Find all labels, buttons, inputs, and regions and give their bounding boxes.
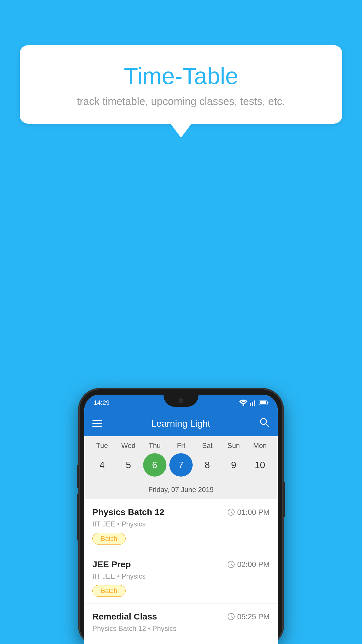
schedule-item-3[interactable]: Remedial Class 05:25 PM Physics Batch 12… <box>84 603 278 644</box>
day-7-selected[interactable]: 7 <box>169 453 193 477</box>
schedule-time-2: 02:00 PM <box>227 560 270 569</box>
clock-icon-1 <box>227 508 235 516</box>
speech-bubble-section: Time-Table track timetable, upcoming cla… <box>20 45 342 138</box>
phone-mockup: 14:29 <box>79 389 283 644</box>
svg-line-8 <box>266 424 269 427</box>
phone-notch <box>164 395 198 407</box>
calendar-strip: Tue Wed Thu Fri Sat Sun Mon 4 5 6 7 8 9 … <box>84 436 278 499</box>
svg-line-14 <box>231 564 233 566</box>
schedule-item-1[interactable]: Physics Batch 12 01:00 PM IIT JEE • Phys… <box>84 499 278 551</box>
status-bar: 14:29 <box>84 395 278 411</box>
hamburger-menu-button[interactable] <box>92 420 102 427</box>
day-4[interactable]: 4 <box>90 453 114 477</box>
day-header-mon: Mon <box>248 442 272 450</box>
day-header-sat: Sat <box>196 442 219 450</box>
schedule-title-1: Physics Batch 12 <box>92 507 164 517</box>
schedule-title-3: Remedial Class <box>92 612 157 622</box>
schedule-time-3: 05:25 PM <box>227 612 270 621</box>
day-header-fri: Fri <box>169 442 193 450</box>
day-header-wed: Wed <box>117 442 140 450</box>
battery-icon <box>259 400 268 405</box>
day-numbers: 4 5 6 7 8 9 10 <box>84 453 278 477</box>
status-icons <box>239 400 268 406</box>
schedule-item-1-header: Physics Batch 12 01:00 PM <box>92 507 270 517</box>
speech-bubble-title: Time-Table <box>43 63 319 90</box>
svg-rect-3 <box>254 400 255 406</box>
phone-screen: 14:29 <box>84 395 278 644</box>
camera <box>179 398 183 403</box>
speech-bubble-subtitle: track timetable, upcoming classes, tests… <box>43 95 319 108</box>
search-button[interactable] <box>259 417 270 430</box>
speech-bubble-tail <box>171 124 191 138</box>
day-header-sun: Sun <box>222 442 245 450</box>
day-8[interactable]: 8 <box>196 453 219 477</box>
schedule-time-1: 01:00 PM <box>227 508 270 517</box>
day-5[interactable]: 5 <box>117 453 140 477</box>
svg-point-0 <box>242 404 244 406</box>
day-headers: Tue Wed Thu Fri Sat Sun Mon <box>84 442 278 450</box>
day-10[interactable]: 10 <box>248 453 272 477</box>
batch-badge-2: Batch <box>92 585 126 597</box>
day-header-tue: Tue <box>90 442 114 450</box>
svg-rect-5 <box>267 402 268 404</box>
clock-icon-2 <box>227 561 235 568</box>
schedule-subtitle-1: IIT JEE • Physics <box>92 520 270 528</box>
day-6-today[interactable]: 6 <box>143 453 166 477</box>
schedule-subtitle-3: Physics Batch 12 • Physics <box>92 624 270 633</box>
search-icon <box>259 417 270 428</box>
schedule-item-2-header: JEE Prep 02:00 PM <box>92 559 270 569</box>
app-title: Learning Light <box>151 418 210 429</box>
wifi-icon <box>239 400 247 406</box>
day-9[interactable]: 9 <box>222 453 245 477</box>
schedule-subtitle-2: IIT JEE • Physics <box>92 572 270 580</box>
batch-badge-1: Batch <box>92 533 126 545</box>
app-bar: Learning Light <box>84 411 278 436</box>
signal-icon <box>250 400 257 406</box>
day-header-thu: Thu <box>143 442 166 450</box>
svg-rect-1 <box>250 403 251 406</box>
svg-line-11 <box>231 512 233 513</box>
svg-rect-2 <box>252 402 253 406</box>
clock-icon-3 <box>227 613 235 620</box>
speech-bubble: Time-Table track timetable, upcoming cla… <box>20 45 342 124</box>
selected-date-label: Friday, 07 June 2019 <box>84 482 278 499</box>
svg-line-17 <box>231 617 233 618</box>
schedule-list: Physics Batch 12 01:00 PM IIT JEE • Phys… <box>84 499 278 644</box>
schedule-item-2[interactable]: JEE Prep 02:00 PM IIT JEE • Physics Batc… <box>84 551 278 603</box>
schedule-title-2: JEE Prep <box>92 559 131 569</box>
schedule-item-3-header: Remedial Class 05:25 PM <box>92 612 270 622</box>
phone-frame: 14:29 <box>79 389 283 644</box>
svg-rect-6 <box>260 401 266 404</box>
status-time: 14:29 <box>94 399 110 407</box>
